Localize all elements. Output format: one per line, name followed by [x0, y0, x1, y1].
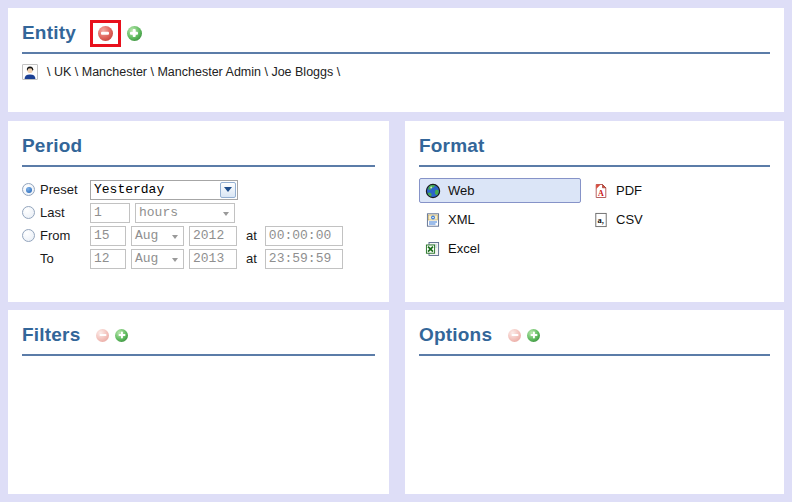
breadcrumb[interactable]: \ UK \ Manchester \ Manchester Admin \ J… — [47, 65, 340, 79]
period-rows: Preset Yesterday Last hours From Aug — [22, 178, 375, 270]
last-row: Last hours — [22, 201, 375, 224]
entity-divider — [22, 52, 770, 54]
format-item-excel[interactable]: Excel — [419, 236, 491, 261]
from-label: From — [40, 228, 90, 243]
filters-panel: Filters — [8, 310, 389, 494]
from-year-input[interactable] — [189, 226, 237, 246]
last-radio[interactable] — [22, 206, 35, 219]
add-filter-icon[interactable] — [115, 329, 128, 342]
from-radio[interactable] — [22, 229, 35, 242]
remove-entity-icon[interactable] — [98, 26, 113, 41]
format-item-csv[interactable]: a, CSV — [587, 207, 659, 232]
format-item-xml[interactable]: XML — [419, 207, 491, 232]
from-at-label: at — [246, 228, 257, 243]
format-divider — [419, 165, 770, 167]
to-at-label: at — [246, 251, 257, 266]
format-panel: Format Web A — [405, 121, 784, 302]
from-row: From Aug at — [22, 224, 375, 247]
chevron-down-icon[interactable] — [220, 182, 236, 198]
from-month-select[interactable]: Aug — [131, 226, 184, 246]
to-month-select[interactable]: Aug — [131, 249, 184, 269]
format-item-label: Excel — [448, 241, 480, 256]
svg-text:A: A — [598, 188, 604, 197]
from-month-value: Aug — [135, 228, 158, 243]
entity-breadcrumb-row: \ UK \ Manchester \ Manchester Admin \ J… — [22, 64, 770, 80]
options-panel: Options — [405, 310, 784, 494]
last-label: Last — [40, 205, 90, 220]
entity-title-row: Entity — [22, 18, 770, 48]
last-unit-value: hours — [139, 205, 178, 220]
add-entity-icon[interactable] — [127, 26, 142, 41]
preset-row: Preset Yesterday — [22, 178, 375, 201]
remove-option-icon[interactable] — [508, 329, 521, 342]
filters-panel-title: Filters — [22, 324, 80, 346]
preset-label: Preset — [40, 182, 90, 197]
filters-title-row: Filters — [22, 320, 375, 350]
from-day-input[interactable] — [90, 226, 126, 246]
chevron-down-icon — [172, 235, 178, 239]
to-row: To Aug at — [22, 247, 375, 270]
period-panel: Period Preset Yesterday Last hours From — [8, 121, 389, 302]
xml-icon — [425, 212, 441, 228]
globe-icon — [425, 183, 441, 199]
chevron-down-icon — [223, 212, 229, 216]
preset-radio[interactable] — [22, 183, 35, 196]
to-label: To — [40, 251, 90, 266]
format-item-label: XML — [448, 212, 475, 227]
entity-panel: Entity \ UK \ Manchester \ Manchester Ad… — [8, 8, 784, 112]
format-item-pdf[interactable]: A PDF — [587, 178, 659, 203]
format-item-label: PDF — [616, 183, 642, 198]
format-panel-title: Format — [419, 135, 485, 157]
period-title-row: Period — [22, 131, 375, 161]
filters-divider — [22, 354, 375, 356]
annotation-highlight-rectangle — [90, 20, 121, 47]
format-title-row: Format — [419, 131, 770, 161]
period-panel-title: Period — [22, 135, 82, 157]
pdf-icon: A — [593, 183, 609, 199]
last-value-input[interactable] — [90, 203, 130, 223]
format-item-label: Web — [448, 183, 475, 198]
format-item-web[interactable]: Web — [419, 178, 581, 203]
period-divider — [22, 165, 375, 167]
to-time-input[interactable] — [265, 249, 343, 269]
user-icon — [22, 64, 38, 80]
add-option-icon[interactable] — [527, 329, 540, 342]
to-month-value: Aug — [135, 251, 158, 266]
format-item-label: CSV — [616, 212, 643, 227]
format-items-grid: Web A PDF — [419, 178, 770, 261]
entity-panel-title: Entity — [22, 22, 76, 44]
chevron-down-icon — [172, 258, 178, 262]
csv-icon: a, — [593, 212, 609, 228]
preset-select[interactable]: Yesterday — [90, 180, 238, 200]
last-unit-select[interactable]: hours — [135, 203, 235, 223]
to-day-input[interactable] — [90, 249, 126, 269]
to-year-input[interactable] — [189, 249, 237, 269]
options-title-row: Options — [419, 320, 770, 350]
options-panel-title: Options — [419, 324, 492, 346]
svg-text:a,: a, — [597, 214, 603, 224]
from-time-input[interactable] — [265, 226, 343, 246]
preset-selected-value: Yesterday — [94, 182, 164, 197]
remove-filter-icon[interactable] — [96, 329, 109, 342]
options-divider — [419, 354, 770, 356]
excel-icon — [425, 241, 441, 257]
